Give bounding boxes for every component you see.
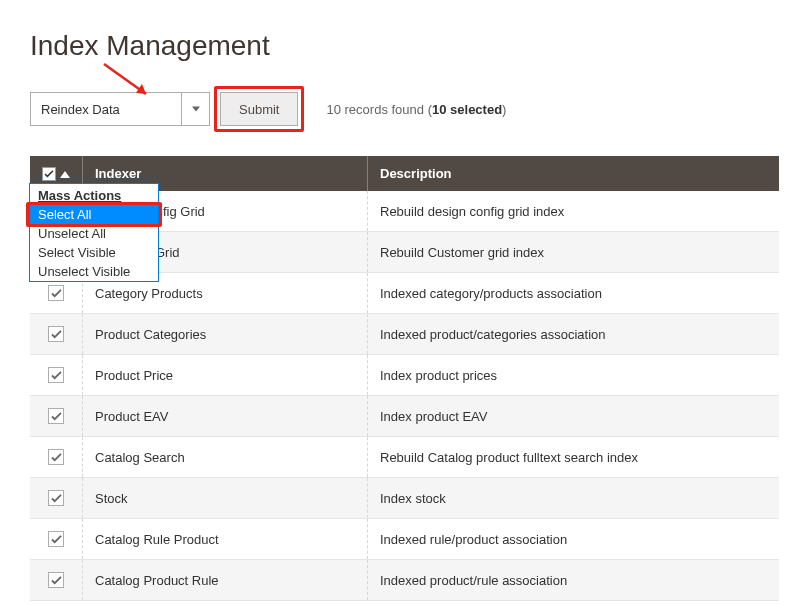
- table-row: Catalog Product RuleIndexed product/rule…: [30, 560, 779, 601]
- records-prefix: 10 records found (: [326, 102, 432, 117]
- indexer-cell: Product Categories: [83, 314, 368, 355]
- records-bold: 10 selected: [432, 102, 502, 117]
- mass-action-item[interactable]: Unselect Visible: [30, 262, 158, 281]
- toolbar: Reindex Data Submit 10 records found (10…: [30, 92, 779, 126]
- description-cell: Indexed product/categories association: [368, 314, 780, 355]
- description-cell: Index product prices: [368, 355, 780, 396]
- description-cell: Index product EAV: [368, 396, 780, 437]
- row-checkbox[interactable]: [48, 572, 64, 588]
- row-checkbox[interactable]: [48, 367, 64, 383]
- description-cell: Rebuild Catalog product fulltext search …: [368, 437, 780, 478]
- table-row: Product EAVIndex product EAV: [30, 396, 779, 437]
- row-checkbox[interactable]: [48, 449, 64, 465]
- header-checkbox[interactable]: [42, 167, 56, 181]
- row-checkbox[interactable]: [48, 285, 64, 301]
- table-row: Catalog Rule ProductIndexed rule/product…: [30, 519, 779, 560]
- indexer-cell: Catalog Product Rule: [83, 560, 368, 601]
- svg-line-0: [104, 64, 146, 94]
- mass-actions-dropdown: Mass Actions Select AllUnselect AllSelec…: [29, 183, 159, 282]
- indexer-cell: Stock: [83, 478, 368, 519]
- table-row: Catalog SearchRebuild Catalog product fu…: [30, 437, 779, 478]
- row-checkbox-cell: [30, 560, 83, 601]
- page-title: Index Management: [30, 30, 779, 62]
- description-cell: Rebuild design config grid index: [368, 191, 780, 232]
- mass-action-item[interactable]: Unselect All: [30, 224, 158, 243]
- records-suffix: ): [502, 102, 506, 117]
- description-cell: Indexed rule/product association: [368, 519, 780, 560]
- row-checkbox[interactable]: [48, 490, 64, 506]
- row-checkbox-cell: [30, 314, 83, 355]
- mass-actions-title: Mass Actions: [30, 184, 158, 205]
- description-cell: Indexed product/rule association: [368, 560, 780, 601]
- row-checkbox-cell: [30, 396, 83, 437]
- mass-action-select-label: Reindex Data: [31, 93, 181, 125]
- row-checkbox-cell: [30, 437, 83, 478]
- row-checkbox-cell: [30, 519, 83, 560]
- row-checkbox-cell: [30, 355, 83, 396]
- row-checkbox[interactable]: [48, 531, 64, 547]
- row-checkbox[interactable]: [48, 326, 64, 342]
- records-found-text: 10 records found (10 selected): [326, 102, 506, 117]
- table-row: StockIndex stock: [30, 478, 779, 519]
- row-checkbox-cell: [30, 478, 83, 519]
- header-description[interactable]: Description: [368, 156, 780, 191]
- mass-action-item[interactable]: Select Visible: [30, 243, 158, 262]
- description-cell: Index stock: [368, 478, 780, 519]
- description-cell: Indexed category/products association: [368, 273, 780, 314]
- table-row: Product CategoriesIndexed product/catego…: [30, 314, 779, 355]
- mass-action-select[interactable]: Reindex Data: [30, 92, 210, 126]
- mass-action-item[interactable]: Select All: [30, 205, 158, 224]
- chevron-down-icon: [181, 93, 209, 125]
- submit-button[interactable]: Submit: [220, 92, 298, 126]
- indexer-cell: Catalog Search: [83, 437, 368, 478]
- indexer-cell: Product EAV: [83, 396, 368, 437]
- chevron-up-icon[interactable]: [60, 171, 70, 178]
- table-row: Product PriceIndex product prices: [30, 355, 779, 396]
- row-checkbox[interactable]: [48, 408, 64, 424]
- description-cell: Rebuild Customer grid index: [368, 232, 780, 273]
- indexer-cell: Catalog Rule Product: [83, 519, 368, 560]
- indexer-cell: Product Price: [83, 355, 368, 396]
